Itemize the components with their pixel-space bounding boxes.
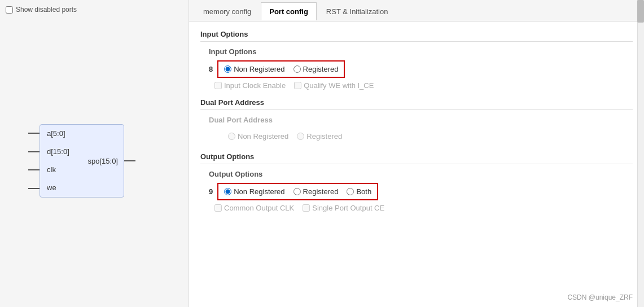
output-options-section: Output Options Output Options 9 Non Regi…: [200, 152, 633, 212]
input-radio-row: 8 Non Registered Registered: [209, 60, 633, 78]
input-clock-enable-checkbox: [214, 82, 222, 89]
dual-port-sub-title: Dual Port Address: [209, 116, 633, 124]
watermark: CSDN @unique_ZRF: [567, 293, 633, 301]
show-disabled-checkbox[interactable]: [6, 6, 13, 14]
single-port-ce-label: Single Port Output CE: [303, 204, 384, 212]
output-registered-text: Registered: [303, 187, 339, 196]
output-registered-label[interactable]: Registered: [293, 187, 339, 196]
scrollbar-track[interactable]: [637, 0, 644, 307]
show-disabled-label: Show disabled ports: [16, 6, 77, 14]
common-output-clk-text: Common Output CLK: [224, 204, 294, 212]
right-panel: memory config Port config RST & Initiali…: [189, 0, 644, 307]
output-options-title: Output Options: [200, 152, 633, 164]
dual-non-registered-text: Non Registered: [238, 132, 288, 141]
output-radio-row: 9 Non Registered Registered Both: [209, 183, 633, 200]
output-both-label[interactable]: Both: [347, 187, 371, 196]
tab-rst-init[interactable]: RST & Initialization: [318, 2, 397, 20]
input-clock-enable-text: Input Clock Enable: [224, 81, 286, 90]
output-both-radio[interactable]: [347, 188, 354, 195]
dual-non-registered-radio: [228, 133, 235, 140]
qualify-we-text: Qualify WE with I_CE: [304, 81, 374, 90]
input-clock-enable-label: Input Clock Enable: [214, 81, 286, 90]
output-badge: 9: [209, 187, 213, 196]
input-checkbox-row: Input Clock Enable Qualify WE with I_CE: [214, 81, 633, 90]
output-non-registered-radio[interactable]: [224, 188, 231, 195]
single-port-ce-text: Single Port Output CE: [312, 204, 384, 212]
dual-port-title: Dual Port Address: [200, 98, 633, 110]
output-both-text: Both: [356, 187, 371, 196]
output-non-registered-label[interactable]: Non Registered: [224, 187, 284, 196]
common-output-clk-checkbox: [214, 204, 222, 212]
input-options-section: Input Options Input Options 8 Non Regist…: [200, 30, 633, 90]
dual-port-radio-group: Non Registered Registered: [222, 129, 348, 144]
output-options-sub-title: Output Options: [209, 170, 633, 178]
input-options-sub-title: Input Options: [209, 47, 633, 56]
dual-port-subsection: Dual Port Address Non Registered Registe…: [209, 116, 633, 144]
qualify-we-checkbox: [294, 82, 301, 89]
input-non-registered-text: Non Registered: [234, 65, 284, 73]
port-we-label: we: [47, 182, 124, 194]
dual-port-radio-row: Non Registered Registered: [209, 129, 633, 144]
output-options-subsection: Output Options 9 Non Registered Register…: [209, 170, 633, 212]
input-registered-label[interactable]: Registered: [293, 65, 339, 73]
qualify-we-label: Qualify WE with I_CE: [294, 81, 374, 90]
input-registered-text: Registered: [303, 65, 339, 73]
port-clk-label: clk: [47, 164, 124, 176]
port-a-label: a[5:0]: [47, 128, 124, 140]
scrollbar-thumb[interactable]: [637, 0, 644, 23]
output-registered-radio[interactable]: [293, 188, 301, 195]
dual-registered-radio: [297, 133, 304, 140]
output-non-registered-text: Non Registered: [234, 187, 284, 196]
input-non-registered-label[interactable]: Non Registered: [224, 65, 284, 73]
dual-port-section: Dual Port Address Dual Port Address Non …: [200, 98, 633, 144]
input-non-registered-radio[interactable]: [224, 65, 231, 73]
input-badge: 8: [209, 65, 213, 73]
output-checkbox-row: Common Output CLK Single Port Output CE: [214, 204, 633, 212]
dual-non-registered-label: Non Registered: [228, 132, 288, 141]
dual-registered-text: Registered: [306, 132, 342, 141]
common-output-clk-label: Common Output CLK: [214, 204, 294, 212]
input-options-subsection: Input Options 8 Non Registered Registere…: [209, 47, 633, 90]
input-options-title: Input Options: [200, 30, 633, 42]
input-radio-group: Non Registered Registered: [217, 60, 345, 78]
show-disabled-ports-row[interactable]: Show disabled ports: [6, 6, 77, 14]
tabs-bar: memory config Port config RST & Initiali…: [189, 0, 644, 21]
tab-port-config[interactable]: Port config: [261, 2, 317, 20]
left-panel: Show disabled ports a[5:0] d[15:0] clk w…: [0, 0, 189, 307]
single-port-ce-checkbox: [303, 204, 310, 212]
port-spo-label: spo[15:0]: [88, 157, 119, 165]
dual-registered-label: Registered: [297, 132, 342, 141]
content-area[interactable]: Input Options Input Options 8 Non Regist…: [189, 21, 644, 307]
port-d-label: d[15:0]: [47, 146, 124, 158]
circuit-diagram: a[5:0] d[15:0] clk we spo[15:0]: [28, 124, 135, 198]
chip-box: a[5:0] d[15:0] clk we spo[15:0]: [40, 124, 124, 198]
tab-memory-config[interactable]: memory config: [195, 2, 260, 20]
output-radio-group: Non Registered Registered Both: [217, 183, 378, 200]
input-registered-radio[interactable]: [293, 65, 301, 73]
